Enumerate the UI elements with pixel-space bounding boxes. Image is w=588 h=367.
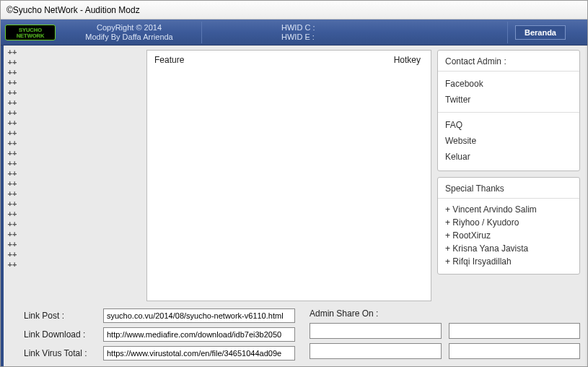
- share-cell-3[interactable]: [310, 343, 442, 359]
- brand-badge: SYUCHO NETWORK: [5, 25, 56, 40]
- rail-plus-row[interactable]: ++: [8, 129, 17, 137]
- rail-plus-row[interactable]: ++: [8, 180, 17, 188]
- hwid-c-label: HWID C :: [281, 23, 500, 33]
- bottom-row: Link Post : Link Download : Link Virus T…: [24, 306, 580, 360]
- link-post-label: Link Post :: [24, 311, 103, 321]
- link-virustotal-label: Link Virus Total :: [24, 348, 103, 358]
- rail-plus-row[interactable]: ++: [8, 119, 17, 127]
- right-panes: Contact Admin : FacebookTwitter FAQWebsi…: [437, 50, 580, 301]
- contact-header: Contact Admin :: [445, 56, 572, 66]
- thanks-item: + RootXiruz: [445, 229, 572, 242]
- app-window: ©Syucho NetWork - Audition Modz SYUCHO N…: [0, 0, 588, 367]
- rail-plus-row[interactable]: ++: [8, 109, 17, 117]
- window-title: ©Syucho NetWork - Audition Modz: [6, 5, 140, 15]
- rail-plus-row[interactable]: ++: [8, 241, 17, 249]
- share-cell-1[interactable]: [310, 323, 442, 339]
- main-column: Feature Hotkey Contact Admin : FacebookT…: [21, 46, 586, 366]
- links-grid: Link Post : Link Download : Link Virus T…: [24, 308, 295, 360]
- thanks-list: + Vincent Arvindo Salim+ Riyhoo / Kyudor…: [445, 203, 572, 268]
- thanks-header: Special Thanks: [445, 184, 572, 194]
- hwid-e-label: HWID E :: [281, 33, 500, 42]
- rail-plus-row[interactable]: ++: [8, 150, 17, 157]
- rail-plus-row[interactable]: ++: [8, 251, 17, 259]
- hwid-block: HWID C : HWID E :: [209, 23, 500, 42]
- contact-link[interactable]: Keluar: [445, 149, 572, 165]
- modify-line: Modify By Daffa Arrienda: [64, 33, 194, 42]
- share-column: Admin Share On :: [310, 308, 580, 360]
- divider: [438, 71, 579, 72]
- divider: [438, 198, 579, 199]
- contact-link[interactable]: Twitter: [445, 92, 572, 108]
- share-cell-4[interactable]: [449, 343, 581, 359]
- beranda-button[interactable]: Beranda: [515, 25, 566, 40]
- contact-link[interactable]: Facebook: [445, 76, 572, 92]
- divider: [438, 112, 579, 113]
- thanks-pane: Special Thanks + Vincent Arvindo Salim+ …: [437, 177, 580, 275]
- share-grid: [310, 323, 580, 359]
- rail-plus-row[interactable]: ++: [8, 89, 17, 97]
- rail-plus-row[interactable]: ++: [8, 69, 17, 77]
- rail-plus-row[interactable]: ++: [8, 230, 17, 238]
- separator: [201, 22, 202, 43]
- rail-plus-row[interactable]: ++: [8, 160, 17, 168]
- rail-plus-row[interactable]: ++: [8, 99, 17, 107]
- rail-plus-row[interactable]: ++: [8, 200, 17, 208]
- thanks-item: + Krisna Yana Javista: [445, 242, 572, 255]
- link-download-label: Link Download :: [24, 329, 103, 340]
- separator: [507, 22, 508, 43]
- link-virustotal-input[interactable]: [103, 346, 295, 360]
- left-rail: ++++++++++++++++++++++++++++++++++++++++…: [4, 46, 21, 366]
- rail-plus-row[interactable]: ++: [8, 59, 17, 66]
- thanks-item: + Vincent Arvindo Salim: [445, 203, 572, 216]
- col-feature: Feature: [154, 55, 184, 65]
- topbar: SYUCHO NETWORK CopyRight © 2014 Modify B…: [1, 20, 587, 46]
- brand-line2: NETWORK: [17, 33, 45, 39]
- rail-plus-row[interactable]: ++: [8, 190, 17, 198]
- rail-plus-row[interactable]: ++: [8, 170, 17, 178]
- rail-plus-row[interactable]: ++: [8, 261, 17, 269]
- link-post-input[interactable]: [103, 308, 295, 323]
- contact-link[interactable]: Website: [445, 133, 572, 149]
- titlebar: ©Syucho NetWork - Audition Modz: [1, 1, 587, 20]
- share-label: Admin Share On :: [310, 308, 580, 319]
- rail-plus-row[interactable]: ++: [8, 79, 17, 87]
- mid-spacer: [24, 50, 141, 301]
- rail-plus-row[interactable]: ++: [8, 210, 17, 218]
- col-hotkey: Hotkey: [394, 55, 421, 65]
- copyright-block: CopyRight © 2014 Modify By Daffa Arriend…: [64, 23, 194, 42]
- link-download-input[interactable]: [103, 327, 295, 342]
- thanks-item: + Riyhoo / Kyudoro: [445, 216, 572, 229]
- thanks-item: + Rifqi Irsyadillah: [445, 255, 572, 268]
- feature-header: Feature Hotkey: [147, 51, 431, 68]
- client-area: ++++++++++++++++++++++++++++++++++++++++…: [1, 46, 587, 366]
- rail-plus-row[interactable]: ++: [8, 48, 17, 56]
- rail-plus-row[interactable]: ++: [8, 220, 17, 228]
- copyright-line: CopyRight © 2014: [64, 23, 194, 33]
- contact-pane: Contact Admin : FacebookTwitter FAQWebsi…: [437, 50, 580, 171]
- rail-plus-row[interactable]: ++: [8, 139, 17, 147]
- contact-link[interactable]: FAQ: [445, 117, 572, 133]
- feature-panel: Feature Hotkey: [146, 50, 431, 301]
- mid-row: Feature Hotkey Contact Admin : FacebookT…: [24, 50, 580, 301]
- share-cell-2[interactable]: [449, 323, 581, 339]
